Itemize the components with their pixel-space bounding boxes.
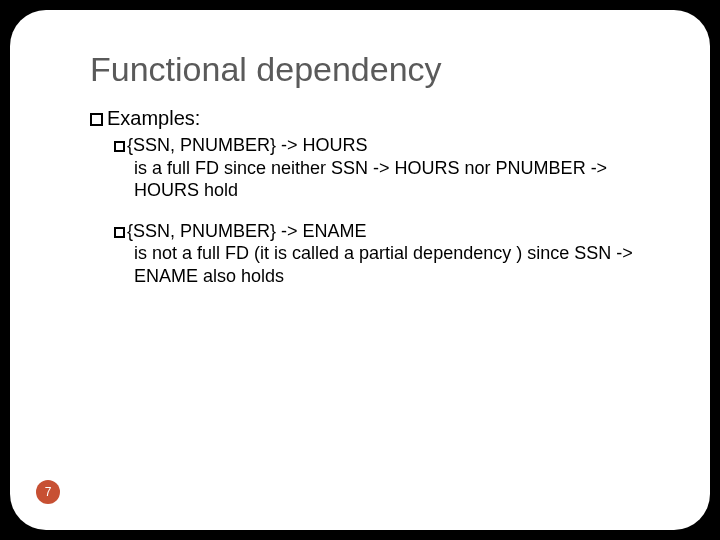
example-fd: {SSN, PNUMBER} -> HOURS bbox=[127, 135, 368, 155]
example-fd: {SSN, PNUMBER} -> ENAME bbox=[127, 221, 367, 241]
square-bullet-icon bbox=[90, 113, 103, 126]
square-bullet-icon bbox=[114, 141, 125, 152]
example-desc: is a full FD since neither SSN -> HOURS … bbox=[134, 157, 660, 202]
page-number-badge: 7 bbox=[36, 480, 60, 504]
examples-label: Examples: bbox=[107, 107, 200, 129]
slide: Functional dependency Examples: {SSN, PN… bbox=[10, 10, 710, 530]
example-item: {SSN, PNUMBER} -> ENAME is not a full FD… bbox=[114, 220, 660, 288]
slide-title: Functional dependency bbox=[90, 50, 660, 89]
example-item: {SSN, PNUMBER} -> HOURS is a full FD sin… bbox=[114, 134, 660, 202]
examples-heading: Examples: bbox=[90, 107, 660, 130]
example-desc: is not a full FD (it is called a partial… bbox=[134, 242, 660, 287]
square-bullet-icon bbox=[114, 227, 125, 238]
